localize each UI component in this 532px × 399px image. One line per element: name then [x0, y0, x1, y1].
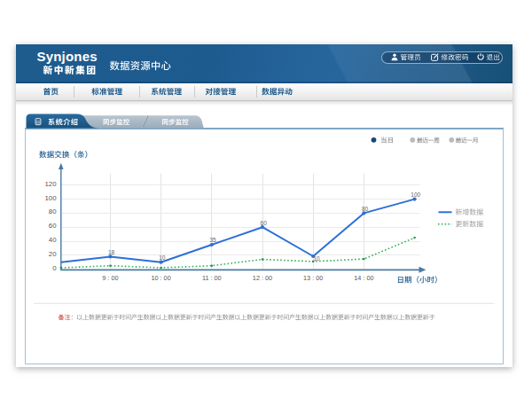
svg-text:10 : 00: 10 : 00 — [151, 274, 170, 282]
svg-text:13 : 00: 13 : 00 — [303, 274, 323, 282]
svg-text:100: 100 — [44, 194, 57, 202]
svg-text:0: 0 — [52, 264, 57, 272]
svg-text:40: 40 — [49, 236, 57, 244]
svg-text:14 : 00: 14 : 00 — [354, 274, 373, 282]
svg-text:18: 18 — [108, 249, 115, 255]
svg-text:80: 80 — [49, 207, 57, 215]
svg-text:120: 120 — [44, 180, 57, 188]
svg-text:9 : 00: 9 : 00 — [102, 274, 118, 282]
svg-text:60: 60 — [49, 222, 57, 230]
svg-text:12 : 00: 12 : 00 — [253, 274, 272, 282]
svg-text:11 : 00: 11 : 00 — [202, 274, 222, 282]
svg-text:60: 60 — [261, 220, 268, 226]
svg-text:35: 35 — [209, 237, 216, 243]
svg-text:80: 80 — [362, 206, 369, 212]
svg-text:10: 10 — [159, 254, 166, 261]
svg-text:100: 100 — [411, 192, 420, 198]
svg-text:10: 10 — [313, 255, 320, 262]
svg-text:20: 20 — [49, 250, 57, 258]
